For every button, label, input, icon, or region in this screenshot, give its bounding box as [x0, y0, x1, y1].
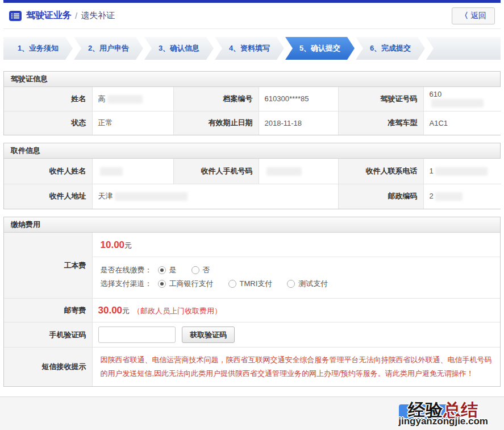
payment-table: 工本费 10.00元 是否在线缴费： 是 [4, 233, 500, 386]
post-fee-note: （邮政人员上门收取费用） [133, 307, 222, 315]
get-captcha-button[interactable]: 获取验证码 [182, 326, 235, 343]
page-title: 驾驶证业务 [26, 10, 72, 22]
step-1-business-notes[interactable]: 1、业务须知 [3, 37, 73, 60]
payment-section: 缴纳费用 工本费 10.00元 是否在线缴费： 是 [3, 217, 501, 387]
redacted-value [435, 192, 463, 201]
step-bar-filler [426, 37, 501, 60]
sms-notice-row: 短信接收提示 因陕西省联通、电信运营商技术问题，陕西省互联网交通安全综合服务管理… [4, 348, 500, 387]
step-4-fill-data[interactable]: 4、资料填写 [215, 37, 284, 60]
back-button-label: 返回 [470, 11, 486, 21]
work-fee-row: 工本费 10.00元 是否在线缴费： 是 [4, 233, 500, 299]
field-value: 2018-11-18 [259, 111, 338, 135]
radio-button[interactable] [228, 280, 236, 288]
field-label: 手机验证码 [4, 323, 92, 348]
breadcrumb-current: 遗失补证 [81, 10, 115, 21]
payment-options: 是否在线缴费： 是 否 选择支付渠道： [93, 257, 501, 298]
field-label: 邮寄费 [4, 299, 92, 323]
field-label: 工本费 [4, 233, 92, 299]
field-value: 高 [92, 87, 173, 111]
field-label: 收件人地址 [4, 184, 92, 209]
step-6-finish-submit[interactable]: 6、完成提交 [356, 37, 425, 60]
field-value [259, 159, 338, 184]
page-header: 驾驶证业务 / 遗失补证 〈 返回 [3, 3, 501, 29]
online-pay-option-yes[interactable]: 是 [158, 265, 177, 275]
work-fee-amount: 10.00 [101, 239, 125, 250]
field-label: 短信接收提示 [4, 348, 92, 387]
redacted-value [266, 167, 302, 176]
field-value: 2 [423, 184, 501, 209]
step-label: 1、业务须知 [18, 43, 59, 53]
step-5-confirm-submit[interactable]: 5、确认提交 [285, 37, 355, 60]
radio-label: 测试支付 [298, 279, 328, 289]
work-fee-value: 10.00元 是否在线缴费： 是 否 [92, 233, 500, 299]
step-label: 4、资料填写 [229, 43, 270, 53]
post-fee-amount: 30.00 [98, 305, 123, 316]
table-row: 状态 正常 有效期止日期 2018-11-18 准驾车型 A1C1 [4, 111, 501, 135]
field-value: 610300****85 [259, 87, 338, 111]
field-value: 天津 [92, 184, 338, 209]
field-label: 收件人手机号码 [173, 159, 259, 184]
post-fee-value: 30.00元（邮政人员上门收取费用） [92, 299, 500, 323]
back-chevron-icon: 〈 [460, 11, 468, 21]
radio-button[interactable] [158, 266, 166, 274]
field-label: 收件人联系电话 [338, 159, 423, 184]
radio-label: TMRI支付 [240, 279, 273, 289]
redacted-value [115, 192, 188, 201]
pickup-info-title: 取件信息 [4, 143, 500, 159]
field-label: 档案编号 [173, 87, 259, 111]
work-fee-amount-line: 10.00元 [93, 233, 501, 257]
pay-channel-test[interactable]: 测试支付 [287, 279, 328, 289]
pay-channel-tmri[interactable]: TMRI支付 [228, 279, 273, 289]
radio-label: 工商银行支付 [169, 279, 214, 289]
work-fee-unit: 元 [124, 241, 132, 250]
license-business-icon [9, 11, 22, 21]
step-wizard: 1、业务须知 2、用户申告 3、确认信息 4、资料填写 5、确认提交 6、完成提… [3, 37, 501, 60]
step-2-user-declaration[interactable]: 2、用户申告 [74, 37, 143, 60]
step-label: 3、确认信息 [159, 43, 199, 53]
field-value: 610 [423, 87, 501, 111]
radio-label: 否 [203, 265, 210, 275]
back-button[interactable]: 〈 返回 [452, 7, 495, 24]
license-info-title: 驾驶证信息 [4, 72, 500, 87]
previous-step-button[interactable]: 上一步 [399, 404, 459, 421]
redacted-value [431, 99, 484, 108]
pickup-info-section: 取件信息 收件人姓名 收件人手机号码 收件人联系电话 1 收件人地址 天津 邮政… [3, 143, 501, 209]
online-pay-question: 是否在线缴费： [101, 265, 152, 275]
sms-notice-cell: 因陕西省联通、电信运营商技术问题，陕西省互联网交通安全综合服务管理平台无法向持陕… [92, 348, 500, 387]
redacted-value [107, 95, 143, 104]
field-label: 有效期止日期 [173, 111, 259, 135]
radio-label: 是 [169, 265, 177, 275]
online-pay-question-line: 是否在线缴费： 是 否 [101, 265, 493, 275]
step-label: 2、用户申告 [88, 43, 129, 53]
redacted-value [100, 167, 123, 176]
radio-button[interactable] [191, 266, 199, 274]
pay-channel-icbc[interactable]: 工商银行支付 [158, 279, 214, 289]
field-label: 状态 [4, 111, 92, 135]
step-3-confirm-info[interactable]: 3、确认信息 [144, 37, 214, 60]
payment-title: 缴纳费用 [4, 217, 500, 233]
captcha-input[interactable] [98, 326, 176, 343]
redacted-value [435, 167, 488, 176]
radio-button[interactable] [158, 280, 166, 288]
field-label: 邮政编码 [338, 184, 423, 209]
field-value: 1 [423, 159, 501, 184]
field-value [92, 159, 173, 184]
pay-channel-question-line: 选择支付渠道： 工商银行支付 TMRI支付 测试支付 [101, 279, 493, 289]
field-value: 正常 [92, 111, 173, 135]
field-label: 驾驶证号码 [338, 87, 423, 111]
license-info-table: 姓名 高 档案编号 610300****85 驾驶证号码 610 状态 正常 有… [4, 87, 501, 135]
captcha-row: 手机验证码 获取验证码 [4, 323, 500, 348]
pay-channel-question: 选择支付渠道： [101, 279, 152, 289]
post-fee-row: 邮寄费 30.00元（邮政人员上门收取费用） [4, 299, 500, 323]
radio-button[interactable] [287, 280, 295, 288]
step-label: 6、完成提交 [370, 43, 411, 53]
field-value: A1C1 [423, 111, 501, 135]
table-row: 姓名 高 档案编号 610300****85 驾驶证号码 610 [4, 87, 501, 111]
footer-bar: 上一步 [0, 396, 504, 430]
pickup-info-table: 收件人姓名 收件人手机号码 收件人联系电话 1 收件人地址 天津 邮政编码 2 [4, 159, 501, 209]
captcha-cell: 获取验证码 [92, 323, 500, 348]
sms-notice-text: 因陕西省联通、电信运营商技术问题，陕西省互联网交通安全综合服务管理平台无法向持陕… [101, 353, 493, 381]
online-pay-option-no[interactable]: 否 [191, 265, 210, 275]
table-row: 收件人地址 天津 邮政编码 2 [4, 184, 501, 209]
field-label: 收件人姓名 [4, 159, 92, 184]
